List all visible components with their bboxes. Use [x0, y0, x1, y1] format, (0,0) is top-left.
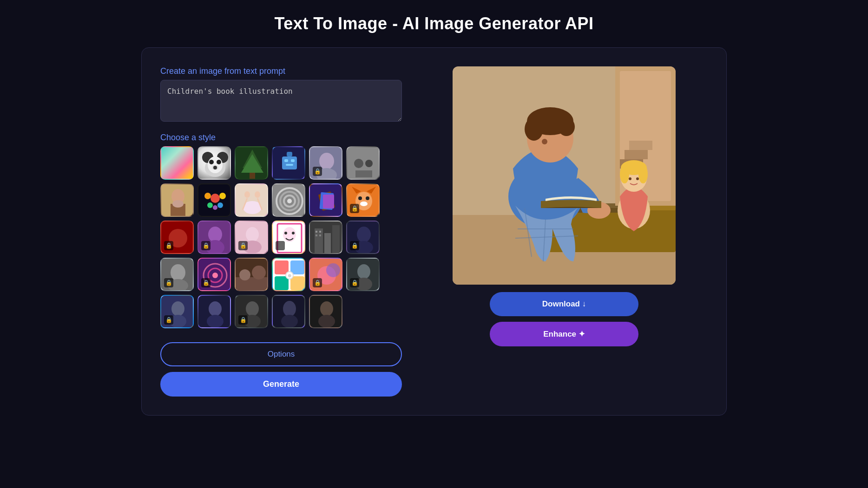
style-thumb-ballerina[interactable]	[235, 183, 268, 217]
svg-point-119	[320, 301, 333, 316]
svg-point-147	[638, 165, 648, 183]
svg-rect-15	[291, 159, 295, 162]
style-thumb-portrait-locked[interactable]: 🔒	[309, 146, 342, 180]
generate-button[interactable]: Generate	[160, 372, 402, 397]
svg-point-34	[217, 202, 223, 208]
style-thumb-portrait6[interactable]	[197, 295, 231, 328]
style-thumb-gray-locked[interactable]: 🔒	[160, 258, 194, 291]
lock-icon	[276, 241, 285, 250]
style-thumb-purple-locked[interactable]: 🔒	[197, 221, 231, 254]
svg-rect-94	[275, 260, 289, 274]
svg-rect-16	[286, 164, 293, 166]
svg-rect-95	[290, 260, 304, 274]
svg-point-104	[357, 264, 370, 279]
style-thumb-panda[interactable]	[197, 146, 231, 180]
svg-rect-11	[250, 173, 255, 180]
style-grid: 🔒	[160, 146, 402, 328]
svg-rect-78	[319, 234, 321, 236]
svg-point-57	[360, 202, 368, 206]
style-thumb-colorful-grid[interactable]: ⊕	[272, 258, 305, 291]
svg-point-120	[318, 315, 335, 328]
style-thumb-coil[interactable]	[272, 183, 305, 217]
style-thumb-soft-locked[interactable]: 🔒	[235, 221, 268, 254]
svg-rect-96	[275, 276, 289, 290]
svg-point-38	[255, 191, 260, 198]
right-panel: Download ↓ Enhance ✦	[421, 66, 708, 397]
lock-icon: 🔒	[350, 204, 359, 213]
lock-icon: 🔒	[350, 241, 359, 250]
style-thumb-colorful-abs-locked[interactable]: 🔒	[309, 258, 342, 291]
svg-point-7	[213, 166, 217, 169]
svg-point-80	[357, 227, 371, 242]
svg-point-37	[244, 191, 250, 198]
lock-icon: 🔒	[201, 278, 210, 287]
page-title: Text To Image - AI Image Generator API	[274, 14, 593, 33]
svg-point-135	[525, 117, 543, 141]
prompt-textarea[interactable]: Children's book illustration	[160, 80, 402, 122]
main-card: Create an image from text prompt Childre…	[141, 47, 727, 416]
svg-point-117	[281, 315, 298, 328]
svg-rect-74	[332, 225, 340, 254]
style-thumb-book[interactable]	[309, 183, 342, 217]
svg-rect-50	[323, 195, 334, 208]
style-thumb-building[interactable]	[309, 221, 342, 254]
style-thumb-portrait7-locked[interactable]: 🔒	[235, 295, 268, 328]
style-thumb-vintage[interactable]	[346, 146, 380, 180]
svg-point-4	[209, 160, 214, 164]
svg-point-64	[246, 227, 259, 242]
style-thumb-red-locked[interactable]: 🔒	[160, 221, 194, 254]
svg-rect-130	[625, 150, 648, 159]
style-thumb-brown[interactable]	[235, 258, 268, 291]
lock-icon: 🔒	[313, 167, 322, 176]
svg-rect-76	[319, 231, 321, 233]
svg-point-56	[366, 196, 369, 200]
svg-point-102	[326, 263, 340, 277]
lock-icon: 🔒	[350, 278, 359, 287]
prompt-label: Create an image from text prompt	[160, 66, 402, 76]
style-thumb-forest[interactable]	[235, 146, 268, 180]
svg-rect-73	[324, 233, 331, 254]
enhance-button[interactable]: Enhance ✦	[490, 322, 638, 346]
svg-point-92	[252, 266, 266, 280]
options-button[interactable]: Options	[160, 342, 402, 366]
style-thumb-dark-locked[interactable]: 🔒	[346, 221, 380, 254]
svg-point-55	[358, 196, 362, 200]
svg-point-5	[217, 160, 221, 164]
svg-rect-77	[316, 234, 317, 236]
style-thumb-robot[interactable]	[272, 146, 305, 180]
download-button[interactable]: Download ↓	[490, 292, 638, 316]
svg-point-33	[207, 202, 213, 208]
generated-image	[453, 66, 676, 285]
svg-point-30	[210, 194, 220, 203]
lock-icon: 🔒	[313, 278, 322, 287]
svg-point-23	[365, 160, 373, 167]
style-thumb-pink-swirl-locked[interactable]: 🔒	[197, 258, 231, 291]
svg-rect-24	[355, 170, 372, 177]
svg-point-110	[209, 301, 222, 316]
style-thumb-portrait5-locked[interactable]: 🔒	[160, 295, 194, 328]
style-thumb-portrait9[interactable]	[309, 295, 342, 328]
svg-point-69	[292, 232, 295, 234]
svg-rect-75	[316, 231, 317, 233]
style-section: Choose a style	[160, 133, 402, 328]
svg-point-32	[219, 193, 226, 199]
svg-point-3	[208, 156, 223, 173]
svg-point-88	[212, 273, 218, 278]
lock-icon: 🔒	[238, 241, 248, 250]
style-thumb-portrait8[interactable]	[272, 295, 305, 328]
style-thumb-floral[interactable]	[197, 183, 231, 217]
style-thumb-abstract[interactable]	[160, 146, 194, 180]
style-thumb-dark2-locked[interactable]: 🔒	[346, 258, 380, 291]
prompt-section: Create an image from text prompt Childre…	[160, 66, 402, 124]
style-thumb-fox-locked[interactable]: 🔒	[346, 183, 380, 217]
svg-point-137	[542, 139, 547, 144]
svg-point-148	[629, 177, 631, 180]
style-thumb-vintage-lady[interactable]	[160, 183, 194, 217]
lock-icon: 🔒	[164, 278, 173, 287]
svg-point-68	[284, 232, 287, 234]
style-label: Choose a style	[160, 133, 402, 143]
svg-point-113	[246, 301, 259, 316]
action-buttons: Options Generate	[160, 342, 402, 397]
style-thumb-pop-art[interactable]	[272, 221, 305, 254]
svg-rect-17	[287, 152, 292, 156]
